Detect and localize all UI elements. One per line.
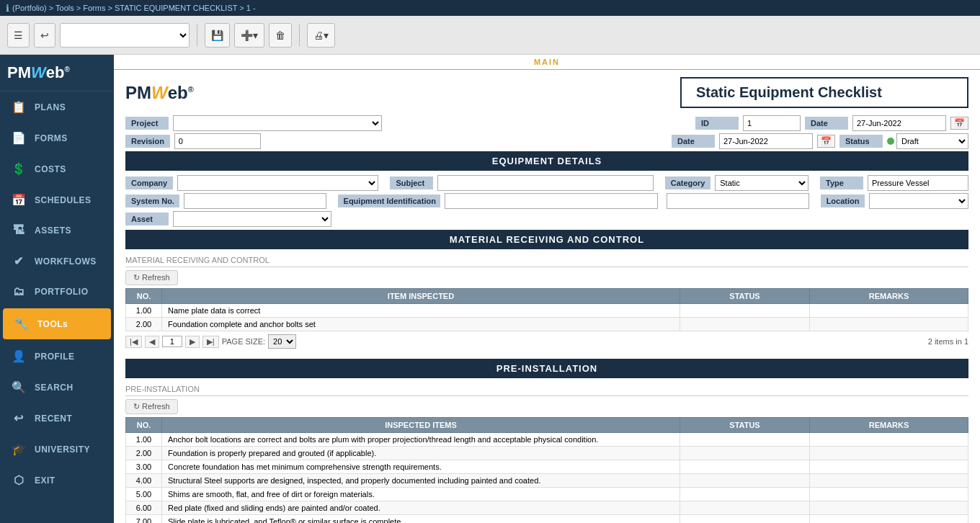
systemno-row: System No. Equipment Identification Loca…: [125, 193, 968, 209]
save-button[interactable]: 💾: [205, 23, 230, 48]
cell-item: Concrete foundation has met minimum comp…: [162, 460, 680, 474]
subject-label: Subject: [390, 176, 433, 189]
id-label: ID: [695, 117, 739, 130]
sidebar-label-search: SEARCH: [35, 383, 74, 393]
status-dot: [887, 138, 894, 145]
cell-remarks: [810, 304, 968, 318]
cell-item: Foundation is properly prepared and grou…: [162, 447, 680, 460]
cell-no: 2.00: [126, 447, 162, 460]
last-page-btn-1[interactable]: ▶|: [202, 336, 219, 348]
form-title: Static Equipment Checklist: [680, 77, 968, 108]
sidebar-label-forms: FORMS: [35, 133, 68, 143]
items-count-1: 2 items in 1: [928, 337, 968, 346]
horizontal-scroll-1[interactable]: [125, 352, 968, 356]
status-select[interactable]: Draft: [896, 133, 968, 149]
category-select[interactable]: Static: [715, 175, 808, 191]
cell-status: [680, 515, 810, 524]
col-status-2: STATUS: [680, 418, 810, 433]
sidebar-item-tools[interactable]: 🔧 TOOLs: [3, 308, 111, 339]
calendar-icon-top[interactable]: 📅: [950, 117, 968, 130]
page-num-1[interactable]: [162, 336, 182, 347]
sidebar-item-plans[interactable]: 📋 PLANS: [0, 91, 114, 122]
sidebar-item-recent[interactable]: ↩ RECENT: [0, 403, 114, 434]
page-size-label-1: PAGE SIZE:: [222, 337, 265, 346]
sidebar-item-schedules[interactable]: 📅 SCHEDULES: [0, 184, 114, 215]
type-input[interactable]: [868, 175, 968, 191]
asset-select[interactable]: [173, 211, 331, 227]
calendar-icon[interactable]: 📅: [817, 135, 835, 148]
cell-status: [680, 433, 810, 447]
sidebar-label-tools: TOOLs: [37, 319, 68, 329]
col-no-2: NO.: [126, 418, 162, 433]
pre-install-refresh-button[interactable]: ↻ Refresh: [125, 399, 178, 414]
system-no-input[interactable]: [184, 193, 326, 209]
sidebar-item-portfolio[interactable]: 🗂 PORTFOLIO: [0, 277, 114, 307]
cell-remarks: [810, 474, 968, 488]
logo-text: PMWeb®: [7, 63, 107, 82]
sidebar-label-plans: PLANS: [35, 102, 66, 112]
location-select[interactable]: [869, 193, 968, 209]
sidebar-item-workflows[interactable]: ✔ WORKFLOWS: [0, 246, 114, 277]
table-row: 2.00 Foundation complete and anchor bolt…: [126, 318, 968, 331]
form-area: PMWeb® Static Equipment Checklist Projec…: [114, 70, 980, 523]
plans-icon: 📋: [12, 100, 26, 114]
subject-input[interactable]: [437, 175, 653, 191]
cell-status: [680, 460, 810, 474]
cell-no: 5.00: [126, 488, 162, 501]
cell-remarks: [810, 515, 968, 524]
revision-input[interactable]: [174, 133, 261, 149]
sidebar-item-search[interactable]: 🔍 SEARCH: [0, 372, 114, 403]
toolbar-select[interactable]: [60, 23, 190, 48]
equipment-details-header: EQUIPMENT DETAILS: [125, 151, 968, 171]
sidebar-item-exit[interactable]: ⬡ EXIT: [0, 465, 114, 496]
profile-icon: 👤: [12, 349, 26, 363]
sidebar-logo: PMWeb®: [0, 55, 114, 91]
cell-status: [680, 318, 810, 331]
category-label: Category: [665, 176, 711, 189]
first-page-btn-1[interactable]: |◀: [125, 336, 142, 348]
company-select[interactable]: [177, 175, 378, 191]
sidebar-item-assets[interactable]: 🏗 ASSETS: [0, 215, 114, 246]
info-icon: ℹ: [6, 3, 9, 14]
cell-item: Red plate (fixed and sliding ends) are p…: [162, 501, 680, 515]
page-size-select-1[interactable]: 20: [268, 334, 296, 349]
col-item-inspected: ITEM INSPECTED: [162, 289, 680, 304]
divider-2: [299, 24, 300, 46]
sidebar-item-profile[interactable]: 👤 PROFILE: [0, 341, 114, 372]
sidebar-item-costs[interactable]: 💲 COSTS: [0, 153, 114, 184]
print-button[interactable]: 🖨▾: [307, 23, 335, 48]
table-row: 6.00 Red plate (fixed and sliding ends) …: [126, 501, 968, 515]
project-row: Project ID Date 📅: [125, 115, 968, 131]
cell-no: 7.00: [126, 515, 162, 524]
toolbar: ☰ ↩ 💾 ➕▾ 🗑 🖨▾: [0, 16, 980, 55]
date-input[interactable]: [719, 133, 813, 149]
cell-no: 4.00: [126, 474, 162, 488]
location-label: Location: [821, 195, 865, 207]
cell-item: Foundation complete and anchor bolts set: [162, 318, 680, 331]
id-input[interactable]: [743, 115, 801, 131]
sidebar-item-university[interactable]: 🎓 UNIVERSITY: [0, 434, 114, 465]
sidebar-label-profile: PROFILE: [35, 352, 75, 362]
sidebar-item-forms[interactable]: 📄 FORMS: [0, 122, 114, 153]
recent-icon: ↩: [12, 411, 26, 425]
equipment-id-extra[interactable]: [667, 193, 808, 209]
cell-no: 1.00: [126, 304, 162, 318]
table-row: 3.00 Concrete foundation has met minimum…: [126, 460, 968, 474]
cell-no: 6.00: [126, 501, 162, 515]
undo-button[interactable]: ↩: [34, 23, 55, 48]
form-header: PMWeb® Static Equipment Checklist: [125, 77, 968, 108]
prev-page-btn-1[interactable]: ◀: [145, 336, 159, 348]
form-logo: PMWeb®: [125, 83, 194, 103]
col-inspected-items: INSPECTED ITEMS: [162, 418, 680, 433]
workflows-icon: ✔: [12, 254, 26, 268]
next-page-btn-1[interactable]: ▶: [185, 336, 200, 348]
equipment-id-input[interactable]: [445, 193, 658, 209]
add-button[interactable]: ➕▾: [234, 23, 264, 48]
sidebar-label-assets: ASSETS: [35, 225, 71, 236]
delete-button[interactable]: 🗑: [269, 23, 292, 48]
table-row: 4.00 Structural Steel supports are desig…: [126, 474, 968, 488]
material-refresh-button[interactable]: ↻ Refresh: [125, 270, 178, 285]
date-input-top[interactable]: [852, 115, 946, 131]
project-select[interactable]: [173, 115, 382, 131]
list-view-button[interactable]: ☰: [7, 23, 30, 48]
